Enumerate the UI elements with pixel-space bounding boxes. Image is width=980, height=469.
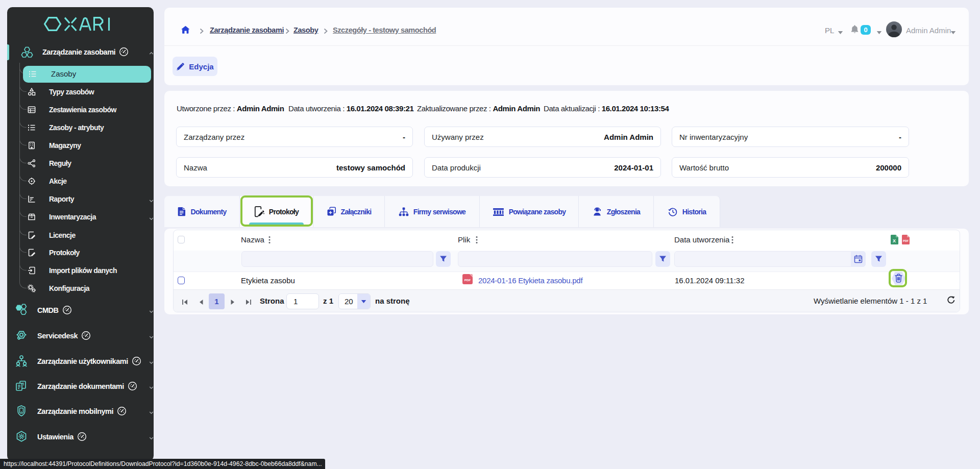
svg-text:X: X [893,238,896,243]
svg-text:PDF: PDF [903,239,909,242]
svg-text:PDF: PDF [464,278,471,282]
